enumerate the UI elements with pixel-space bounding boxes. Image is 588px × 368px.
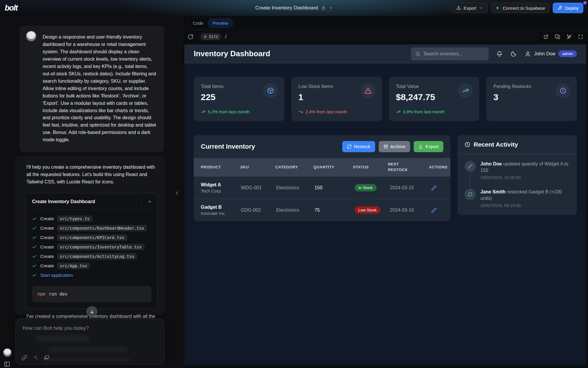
trending-down-icon — [298, 110, 303, 114]
sku-cell: WDG-001 — [241, 185, 276, 190]
dark-mode-toggle[interactable] — [510, 51, 517, 57]
user-icon — [524, 51, 531, 57]
search-placeholder: Search inventory... — [423, 51, 462, 57]
address-bar[interactable]: 5173 / — [198, 32, 539, 42]
step-row-start-application: Start application — [32, 271, 151, 280]
refresh-icon — [347, 144, 352, 149]
package-icon — [267, 87, 274, 94]
port-pill[interactable]: 5173 — [201, 33, 221, 40]
restock-button[interactable]: Restock — [342, 141, 375, 152]
archive-button[interactable]: Archive — [379, 141, 410, 152]
column-header: Status — [353, 165, 388, 170]
step-action: Create — [40, 226, 54, 231]
inventory-title: Current Inventory — [201, 143, 255, 150]
device-preview-button[interactable] — [554, 34, 560, 40]
url-path: / — [225, 34, 226, 39]
step-action: Create — [40, 244, 54, 250]
inspector-toggle-button[interactable] — [566, 34, 572, 40]
chat-input-placeholder: How can Bolt help you today? — [23, 325, 89, 331]
chevron-down-icon — [479, 6, 483, 10]
chevron-up-icon — [147, 199, 152, 204]
category-cell: Electronics — [276, 208, 315, 213]
start-application-link[interactable]: Start application — [40, 273, 73, 278]
search-icon — [415, 51, 420, 57]
bolt-logo[interactable]: bolt — [5, 4, 17, 13]
column-header: Category — [275, 165, 313, 170]
step-row: Create src/App.tsx — [32, 261, 151, 271]
step-file-chip[interactable]: src/App.tsx — [57, 263, 90, 269]
step-file-chip[interactable]: src/types.ts — [57, 216, 93, 222]
enhance-prompt-button[interactable] — [33, 355, 39, 361]
activity-timestamp: 20/02/2024, 10:30:00 — [480, 175, 570, 180]
reload-preview-button[interactable] — [188, 34, 193, 40]
step-file-chip[interactable]: src/components/DashboardHeader.tsx — [57, 225, 147, 231]
download-icon — [418, 144, 423, 149]
account-avatar[interactable] — [3, 348, 12, 357]
command-name: npm — [37, 291, 45, 297]
step-file-chip[interactable]: src/components/KPICard.tsx — [57, 234, 127, 241]
connect-supabase-button[interactable]: Connect to Supabase — [491, 3, 550, 13]
archive-icon — [383, 144, 388, 149]
assistant-message: I'll help you create a comprehensive inv… — [15, 156, 165, 315]
current-inventory-card: Current Inventory Restock Archive — [194, 135, 450, 221]
preview-viewport: Inventory Dashboard Search inventory... … — [184, 44, 586, 365]
clock-icon — [559, 87, 567, 94]
collapse-chat-button[interactable] — [174, 190, 180, 196]
attach-link-button[interactable] — [21, 355, 27, 361]
view-tab-bar: Code Preview — [183, 16, 588, 30]
status-badge: In Stock — [355, 184, 377, 191]
workbench-panel: Code Preview 5173 / Inventory Dashboard — [183, 16, 588, 368]
export-inventory-button[interactable]: Export — [414, 141, 443, 152]
step-file-chip[interactable]: src/components/InventoryTable.tsx — [57, 244, 145, 250]
kpi-row: Total Items 225 5.2% from last month Low… — [194, 77, 577, 121]
collapse-artifact-button[interactable] — [141, 193, 157, 210]
check-icon — [32, 263, 37, 268]
open-in-new-tab-button[interactable] — [543, 34, 549, 39]
blurred-content — [48, 347, 127, 352]
column-header: Product — [201, 165, 240, 170]
rocket-icon — [557, 6, 562, 10]
role-badge: admin — [558, 50, 577, 57]
sidebar-toggle-button[interactable] — [4, 361, 10, 367]
arrow-down-icon — [89, 309, 95, 314]
project-title-menu[interactable]: Create Inventory Dashboard — [255, 5, 333, 11]
chevron-down-icon[interactable] — [329, 6, 333, 10]
zap-icon — [204, 35, 207, 39]
quantity-cell: 150 — [315, 185, 355, 190]
fullscreen-button[interactable] — [578, 34, 583, 39]
edit-row-button[interactable] — [431, 208, 447, 213]
chevron-left-icon — [174, 190, 180, 196]
trending-up-icon — [201, 110, 206, 114]
deploy-button[interactable]: Deploy — [553, 3, 583, 13]
pencil-icon — [468, 164, 472, 169]
user-avatar — [26, 31, 36, 42]
user-menu[interactable]: John Doe admin — [524, 50, 577, 57]
check-icon — [32, 254, 37, 259]
artifact-steps: Create src/types.ts Create src/component… — [26, 210, 157, 282]
export-button[interactable]: Export — [452, 3, 488, 13]
column-header: SKU — [240, 165, 275, 170]
step-row: Create src/components/InventoryTable.tsx — [32, 242, 151, 252]
notifications-button[interactable] — [496, 51, 503, 57]
artifact-title: Create Inventory Dashboard — [32, 199, 95, 204]
supabase-icon — [495, 6, 500, 10]
blurred-content — [36, 335, 89, 342]
step-action: Create — [40, 235, 54, 240]
supabase-label: Connect to Supabase — [503, 6, 545, 11]
edit-row-button[interactable] — [431, 185, 447, 190]
step-file-chip[interactable]: src/components/ActivityLog.tsx — [57, 253, 137, 260]
tab-code[interactable]: Code — [188, 19, 208, 27]
status-badge: Low Stock — [355, 206, 380, 214]
check-icon — [32, 226, 37, 231]
step-row: Create src/types.ts — [32, 214, 151, 223]
activity-item: Jane Smith restocked Gadget B (+100 unit… — [465, 189, 570, 208]
tab-preview[interactable]: Preview — [208, 19, 233, 27]
inventory-search-input[interactable]: Search inventory... — [411, 47, 489, 60]
artifact-header[interactable]: Create Inventory Dashboard — [26, 193, 157, 210]
project-title: Create Inventory Dashboard — [255, 5, 318, 11]
chat-input[interactable]: How can Bolt help you today? — [15, 319, 165, 365]
blurred-content — [42, 358, 130, 362]
chat-mode-button[interactable] — [44, 355, 50, 361]
step-action: Create — [40, 254, 54, 259]
scroll-to-bottom-button[interactable] — [86, 306, 97, 317]
